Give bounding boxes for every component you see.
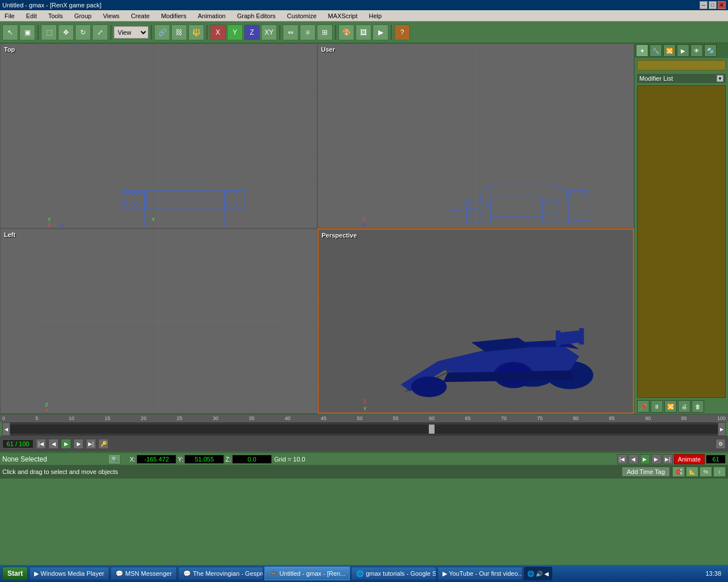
- align-btn[interactable]: ≡: [300, 24, 316, 40]
- timeline-track[interactable]: [5, 425, 723, 434]
- mirror-btn[interactable]: ⇔: [283, 24, 299, 40]
- z-axis-btn[interactable]: Z: [244, 24, 260, 40]
- create-tab[interactable]: ✦: [636, 44, 648, 57]
- menu-animation[interactable]: Animation: [196, 11, 228, 20]
- next-arrow-right[interactable]: ▶: [718, 422, 726, 436]
- key-mode-btn[interactable]: 🔑: [98, 439, 109, 449]
- taskbar-google[interactable]: 🌐 gmax tutorials - Google S...: [351, 567, 436, 580]
- svg-text:Z: Z: [45, 402, 48, 408]
- select-tool-btn[interactable]: ↖: [2, 24, 18, 40]
- taskbar-gmax[interactable]: 🎮 Untitled - gmax - [Ren...: [264, 567, 350, 580]
- z-coord-field[interactable]: [232, 455, 272, 464]
- goto-end-btn[interactable]: ▶|: [86, 439, 96, 449]
- selection-status-area: None Selected 🔍: [2, 454, 127, 464]
- maximize-button[interactable]: □: [709, 1, 717, 9]
- angle-snap-btn[interactable]: 📐: [686, 467, 698, 477]
- menu-maxscript[interactable]: MAXScript: [326, 11, 360, 20]
- display-tab[interactable]: 👁: [690, 44, 703, 57]
- goto-start-btn[interactable]: |◀: [36, 439, 46, 449]
- select-move-btn[interactable]: ✥: [58, 24, 74, 40]
- select-object-btn[interactable]: ⬚: [41, 24, 57, 40]
- select-rotate-btn[interactable]: ↻: [75, 24, 91, 40]
- y-coord-field[interactable]: [184, 455, 224, 464]
- percent-snap-btn[interactable]: %: [700, 467, 712, 477]
- minimize-button[interactable]: ─: [700, 1, 708, 9]
- ruler-75: 75: [537, 415, 543, 421]
- top-viewport[interactable]: Top Y Z X Y Z X: [0, 43, 317, 228]
- render-btn[interactable]: 🖼: [355, 24, 371, 40]
- menu-graph-editors[interactable]: Graph Editors: [235, 11, 278, 20]
- svg-line-59: [447, 207, 490, 211]
- next-frame-btn[interactable]: ▶: [73, 439, 84, 449]
- left-viewport[interactable]: Left: [0, 228, 317, 414]
- menu-group[interactable]: Group: [72, 11, 94, 20]
- view-mode-select[interactable]: View World Screen: [114, 26, 148, 39]
- menu-customize[interactable]: Customize: [285, 11, 319, 20]
- pin-stack-btn[interactable]: 📌: [637, 400, 650, 413]
- user-viewport[interactable]: User: [317, 43, 635, 228]
- unlink-btn[interactable]: ⛓: [171, 24, 187, 40]
- ruler-30: 30: [213, 415, 218, 421]
- viewports-container: Top Y Z X Y Z X: [0, 43, 634, 414]
- animate-button[interactable]: Animate: [674, 454, 705, 464]
- modifier-color-bar: [637, 60, 726, 70]
- play-btn[interactable]: ▶: [61, 439, 71, 449]
- remove-mod-btn[interactable]: 🗑: [692, 400, 704, 413]
- menu-create[interactable]: Create: [129, 11, 152, 20]
- playback-nav-play[interactable]: ▶: [640, 454, 650, 464]
- msn-icon: 💬: [115, 570, 123, 577]
- bind-btn[interactable]: 🔱: [188, 24, 204, 40]
- menu-views[interactable]: Views: [101, 11, 122, 20]
- array-btn[interactable]: ⊞: [317, 24, 333, 40]
- select-scale-btn[interactable]: ⤢: [92, 24, 108, 40]
- current-frame-field[interactable]: [706, 455, 726, 464]
- make-unique-btn[interactable]: 🖨: [678, 400, 690, 413]
- material-btn[interactable]: 🎨: [338, 24, 354, 40]
- taskbar-msn[interactable]: 💬 MSN Messenger: [110, 567, 177, 580]
- modifier-list-dropdown[interactable]: ▼: [717, 75, 723, 82]
- frame-ruler-inner: 0 5 10 15 20 25 30 35 40 45 50 55 60 65 …: [0, 415, 728, 421]
- modify-tab[interactable]: 🔧: [650, 44, 662, 57]
- render-last-btn[interactable]: ▶: [373, 24, 388, 40]
- show-end-btn[interactable]: 🔀: [664, 400, 677, 413]
- hierarchy-tab[interactable]: 🔀: [663, 44, 676, 57]
- y-axis-btn[interactable]: Y: [227, 24, 243, 40]
- motion-tab[interactable]: ▶: [677, 44, 689, 57]
- menu-edit[interactable]: Edit: [24, 11, 39, 20]
- utilities-tab[interactable]: 🔩: [704, 44, 717, 57]
- menu-tools[interactable]: Tools: [46, 11, 65, 20]
- x-axis-btn[interactable]: X: [210, 24, 226, 40]
- xy-axis-btn[interactable]: XY: [261, 24, 277, 40]
- start-button[interactable]: Start: [2, 567, 28, 580]
- playback-status: |◀ ◀ ▶ ▶ ▶| Animate: [617, 454, 726, 464]
- playback-nav-start[interactable]: |◀: [617, 454, 627, 464]
- top-viewport-label: Top: [4, 46, 15, 53]
- snap-btn[interactable]: 🧲: [672, 467, 685, 477]
- prev-arrow-left[interactable]: ◀: [2, 422, 10, 436]
- taskbar-merovingian[interactable]: 💬 The Merovingian - Gesprek: [178, 567, 263, 580]
- x-coord-field[interactable]: [136, 455, 176, 464]
- time-config-btn[interactable]: ⚙: [715, 439, 726, 449]
- taskbar-media-player[interactable]: ▶ Windows Media Player: [29, 567, 109, 580]
- select-filter-btn[interactable]: 🔍: [108, 454, 121, 464]
- timeline-thumb[interactable]: [429, 425, 435, 434]
- grid-info: Grid = 10.0: [274, 456, 305, 463]
- menu-file[interactable]: File: [2, 11, 17, 20]
- menu-help[interactable]: Help: [367, 11, 384, 20]
- playback-nav-prev[interactable]: ◀: [628, 454, 639, 464]
- help-btn[interactable]: ?: [394, 24, 410, 40]
- select-region-btn[interactable]: ▣: [19, 24, 35, 40]
- prev-frame-btn[interactable]: ◀: [48, 439, 59, 449]
- tray-more-icon: ◀: [544, 571, 549, 577]
- perspective-viewport[interactable]: Perspective: [317, 228, 635, 414]
- taskbar-youtube[interactable]: ▶ YouTube - Our first video...: [437, 567, 523, 580]
- spinner-snap-btn[interactable]: ↕: [713, 467, 726, 477]
- playback-nav-next[interactable]: ▶: [651, 454, 661, 464]
- playback-nav-end[interactable]: ▶|: [663, 454, 673, 464]
- menu-modifiers[interactable]: Modifiers: [159, 11, 189, 20]
- active-shade-btn[interactable]: ⏸: [651, 400, 663, 413]
- add-time-tag-button[interactable]: Add Time Tag: [622, 467, 670, 477]
- title-bar-controls: ─ □ ✕: [700, 1, 726, 9]
- close-button[interactable]: ✕: [718, 1, 726, 9]
- link-btn[interactable]: 🔗: [154, 24, 170, 40]
